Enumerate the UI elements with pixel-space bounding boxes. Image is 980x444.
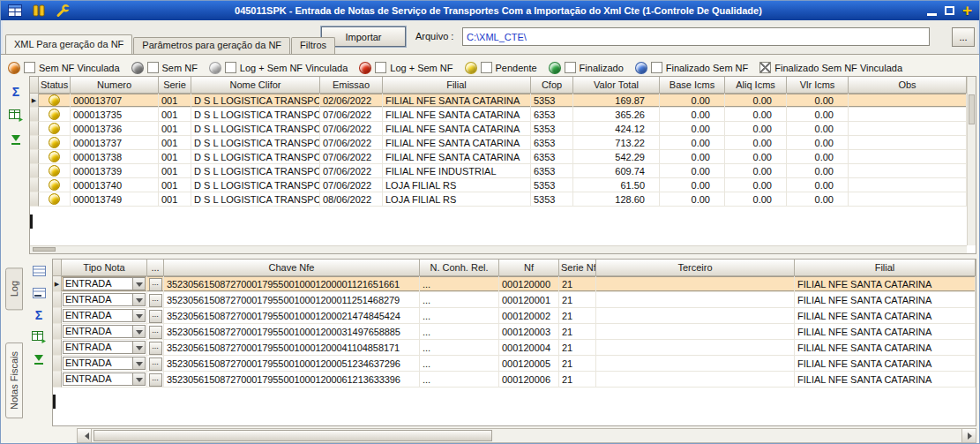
cell-emissao[interactable]: 07/06/2022 [320, 136, 383, 150]
legend-checkbox[interactable] [147, 62, 159, 73]
cell-filial[interactable]: FILIAL NFE SANTA CATARINA [795, 292, 976, 308]
row-edit-button[interactable]: ... [149, 357, 162, 371]
cell-cfop[interactable]: 5353 [531, 122, 573, 136]
legend-checkbox[interactable] [481, 62, 492, 73]
cell-chave-nfe[interactable]: 3523056150872700017955001000120001125146… [164, 292, 420, 308]
legend-checkbox[interactable] [565, 62, 576, 73]
cell-obs[interactable] [849, 122, 967, 136]
cell-status[interactable] [39, 150, 71, 164]
move-bottom-icon[interactable] [8, 132, 24, 147]
cell-n-conh-rel[interactable]: ... [420, 372, 499, 388]
cell-aliq-icms[interactable]: 0.00 [725, 122, 787, 136]
cell-valor-total[interactable]: 424.12 [573, 122, 660, 136]
cell-vlr-icms[interactable]: 0.00 [787, 178, 849, 192]
chevron-down-icon[interactable] [132, 342, 145, 353]
file-path-input[interactable] [462, 27, 930, 46]
cell-n-conh-rel[interactable]: ... [420, 340, 499, 356]
cell-filial[interactable]: LOJA FILIAL RS [383, 192, 531, 207]
cell-obs[interactable] [849, 136, 967, 150]
scrollbar-thumb[interactable] [33, 247, 56, 252]
scroll-right-icon[interactable] [961, 429, 976, 442]
row-edit-button[interactable]: ... [149, 294, 162, 307]
cell-nome-clifor[interactable]: D S L LOGISTICA TRANSPORT [191, 178, 320, 192]
cell-serie-nf[interactable]: 21 [559, 308, 596, 324]
xml-grid-row[interactable]: 000013738001D S L LOGISTICA TRANSPORT07/… [30, 150, 967, 164]
minimize-button[interactable] [927, 13, 937, 16]
cell-cfop[interactable]: 5353 [531, 192, 573, 207]
xml-col-filial[interactable]: Filial [383, 77, 531, 94]
chevron-down-icon[interactable] [132, 373, 145, 385]
cell-chave-nfe[interactable]: 3523056150872700017955001000120006121363… [164, 372, 420, 388]
cell-numero[interactable]: 000013737 [71, 136, 159, 150]
nf-col-serie-nf[interactable]: Serie Nf [559, 260, 596, 276]
side-tab-notas-fiscais[interactable]: Notas Fiscais [5, 342, 23, 418]
cell-terceiro[interactable] [596, 308, 795, 324]
legend-checkbox[interactable] [651, 62, 662, 73]
cell-status[interactable] [39, 122, 71, 136]
cell-filial[interactable]: FILIAL NFE INDUSTRIAL [383, 164, 531, 178]
cell-tipo-nota[interactable]: ENTRADA [62, 292, 147, 308]
nf-col-edit[interactable]: ... [147, 260, 164, 276]
cell-n-conh-rel[interactable]: ... [420, 308, 499, 324]
cell-n-conh-rel[interactable]: ... [420, 324, 499, 340]
cell-obs[interactable] [849, 108, 967, 122]
cell-edit[interactable]: ... [147, 308, 164, 324]
xml-grid-row[interactable]: 000013736001D S L LOGISTICA TRANSPORT07/… [30, 122, 967, 136]
cell-edit[interactable]: ... [147, 292, 164, 308]
cell-chave-nfe[interactable]: 3523056150872700017955001000120005123463… [164, 356, 420, 372]
xml-col-emissao[interactable]: Emissao [320, 77, 383, 94]
xml-grid-row[interactable]: 000013739001D S L LOGISTICA TRANSPORT07/… [30, 164, 967, 178]
cell-serie[interactable]: 001 [159, 136, 191, 150]
tipo-nota-combo[interactable]: ENTRADA [63, 309, 146, 322]
cell-n-conh-rel[interactable]: ... [420, 276, 499, 292]
tipo-nota-combo[interactable]: ENTRADA [63, 341, 146, 354]
xml-grid-row[interactable]: 000013749001D S L LOGISTICA TRANSPORT08/… [30, 192, 967, 207]
cell-numero[interactable]: 000013736 [71, 122, 159, 136]
cell-obs[interactable] [849, 150, 967, 164]
cell-valor-total[interactable]: 61.50 [573, 178, 660, 192]
row-edit-button[interactable]: ... [149, 326, 162, 339]
row-edit-button[interactable]: ... [149, 373, 162, 387]
tipo-nota-combo[interactable]: ENTRADA [63, 293, 146, 306]
cell-serie-nf[interactable]: 21 [559, 340, 596, 356]
xml-col-aliq-icms[interactable]: Aliq Icms [725, 77, 787, 94]
side-tab-log[interactable]: Log [5, 267, 23, 310]
scrollbar-thumb[interactable] [94, 430, 492, 441]
legend-checkbox[interactable] [375, 62, 386, 73]
cell-numero[interactable]: 000013735 [71, 108, 159, 122]
cell-aliq-icms[interactable]: 0.00 [725, 192, 787, 207]
cell-vlr-icms[interactable]: 0.00 [787, 164, 849, 178]
xml-col-nome-clifor[interactable]: Nome Clifor [191, 77, 320, 94]
cell-filial[interactable]: FILIAL NFE SANTA CATARINA [795, 276, 976, 292]
cell-numero[interactable]: 000013707 [71, 94, 159, 108]
cell-valor-total[interactable]: 542.29 [573, 150, 660, 164]
chevron-down-icon[interactable] [132, 278, 145, 290]
cell-vlr-icms[interactable]: 0.00 [787, 150, 849, 164]
cell-aliq-icms[interactable]: 0.00 [725, 94, 787, 108]
cell-vlr-icms[interactable]: 0.00 [787, 108, 849, 122]
xml-col-status[interactable]: Status [39, 77, 71, 94]
cell-valor-total[interactable]: 128.60 [573, 192, 660, 207]
xml-grid-vscrollbar[interactable] [967, 77, 976, 245]
cell-base-icms[interactable]: 0.00 [660, 122, 725, 136]
nf-col-filial[interactable]: Filial [795, 260, 976, 276]
cell-numero[interactable]: 000013740 [71, 178, 159, 192]
cell-serie-nf[interactable]: 21 [559, 372, 596, 388]
cell-nome-clifor[interactable]: D S L LOGISTICA TRANSPORT [191, 192, 320, 207]
nf-grid-row[interactable]: ENTRADA...352305615087270001795500100012… [53, 308, 976, 324]
cell-serie[interactable]: 001 [159, 150, 191, 164]
cell-nome-clifor[interactable]: D S L LOGISTICA TRANSPORT [191, 136, 320, 150]
cell-emissao[interactable]: 07/06/2022 [320, 150, 383, 164]
cell-filial[interactable]: FILIAL NFE SANTA CATARINA [383, 122, 531, 136]
xml-col-cfop[interactable]: Cfop [531, 77, 573, 94]
cell-nome-clifor[interactable]: D S L LOGISTICA TRANSPORT [191, 108, 320, 122]
cell-nome-clifor[interactable]: D S L LOGISTICA TRANSPORT [191, 150, 320, 164]
cell-vlr-icms[interactable]: 0.00 [787, 192, 849, 207]
cell-chave-nfe[interactable]: 3523056150872700017955001000120003149765… [164, 324, 420, 340]
cell-base-icms[interactable]: 0.00 [660, 94, 725, 108]
cell-status[interactable] [39, 136, 71, 150]
cell-filial[interactable]: FILIAL NFE SANTA CATARINA [795, 356, 976, 372]
cell-valor-total[interactable]: 365.26 [573, 108, 660, 122]
cell-chave-nfe[interactable]: 3523056150872700017955001000120004110485… [164, 340, 420, 356]
nf-grid-row[interactable]: ENTRADA...352305615087270001795500100012… [53, 324, 976, 340]
